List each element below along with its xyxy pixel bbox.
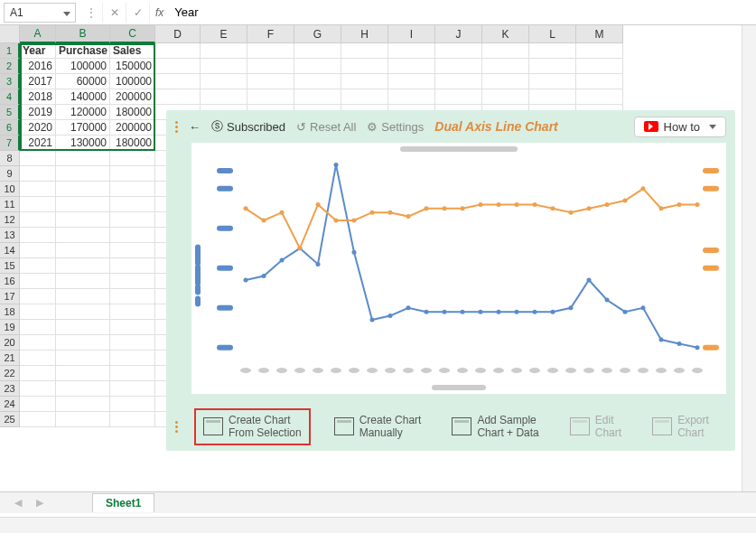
cell[interactable] (20, 151, 56, 166)
cell[interactable] (110, 320, 155, 335)
horizontal-scrollbar[interactable] (0, 517, 756, 533)
row-header[interactable]: 4 (0, 89, 20, 105)
cell[interactable] (294, 43, 341, 59)
cell[interactable] (20, 197, 56, 212)
cell[interactable] (20, 381, 56, 397)
column-header[interactable]: A (20, 25, 56, 43)
cell[interactable] (294, 74, 341, 89)
formula-more-icon[interactable]: ⋮ (79, 3, 103, 23)
cell[interactable] (20, 274, 56, 289)
cell[interactable]: Sales (110, 43, 155, 59)
cell[interactable] (110, 243, 155, 258)
cell[interactable] (576, 43, 623, 59)
cell[interactable] (247, 74, 294, 89)
cell[interactable] (56, 289, 110, 304)
cell[interactable] (56, 212, 110, 228)
cell[interactable] (576, 59, 623, 74)
cell[interactable] (20, 335, 56, 351)
cell[interactable] (20, 412, 56, 427)
cell[interactable]: 180000 (110, 105, 155, 120)
cell[interactable] (56, 381, 110, 397)
cell[interactable] (529, 89, 576, 105)
cell[interactable] (482, 74, 529, 89)
row-header[interactable]: 6 (0, 120, 20, 136)
cell[interactable] (110, 212, 155, 228)
cell[interactable] (56, 351, 110, 366)
tab-nav-next[interactable]: ▶ (31, 497, 49, 509)
cell[interactable]: 2020 (20, 120, 56, 136)
column-header[interactable]: I (388, 25, 435, 43)
cell[interactable] (110, 304, 155, 320)
cell[interactable]: Year (20, 43, 56, 59)
column-header[interactable]: G (294, 25, 341, 43)
add-sample-button[interactable]: Add Sample Chart + Data (444, 410, 546, 444)
cell[interactable]: 200000 (110, 120, 155, 136)
column-header[interactable]: B (56, 25, 110, 43)
row-header[interactable]: 24 (0, 397, 20, 412)
row-header[interactable]: 16 (0, 274, 20, 289)
row-header[interactable]: 14 (0, 243, 20, 258)
settings-button[interactable]: ⚙ Settings (367, 120, 424, 134)
cell[interactable] (435, 43, 482, 59)
chart-canvas[interactable] (191, 143, 726, 394)
cell[interactable]: 2016 (20, 59, 56, 74)
cell[interactable]: 2021 (20, 136, 56, 151)
row-header[interactable]: 2 (0, 59, 20, 74)
cell[interactable] (56, 304, 110, 320)
cell[interactable] (341, 89, 388, 105)
cell[interactable]: 2017 (20, 74, 56, 89)
cell[interactable] (110, 289, 155, 304)
cell[interactable] (294, 89, 341, 105)
column-header[interactable]: C (110, 25, 155, 43)
row-header[interactable]: 7 (0, 136, 20, 151)
drag-handle-icon[interactable] (175, 121, 178, 133)
cell[interactable] (388, 43, 435, 59)
cell[interactable] (247, 43, 294, 59)
cell[interactable] (56, 412, 110, 427)
cell[interactable] (388, 89, 435, 105)
howto-button[interactable]: How to (634, 117, 726, 137)
cell[interactable] (155, 74, 201, 89)
row-header[interactable]: 23 (0, 381, 20, 397)
cell[interactable] (435, 59, 482, 74)
cell[interactable]: 180000 (110, 136, 155, 151)
cell[interactable] (529, 43, 576, 59)
create-chart-manually-button[interactable]: Create Chart Manually (327, 410, 429, 444)
tab-nav-prev[interactable]: ◀ (9, 497, 27, 509)
cell[interactable] (529, 74, 576, 89)
cell[interactable] (110, 197, 155, 212)
row-header[interactable]: 22 (0, 366, 20, 381)
column-header[interactable]: M (576, 25, 623, 43)
cell[interactable] (388, 59, 435, 74)
cell[interactable] (110, 274, 155, 289)
cell[interactable]: 140000 (56, 89, 110, 105)
cell[interactable] (435, 74, 482, 89)
cell[interactable] (20, 182, 56, 197)
cell[interactable] (56, 228, 110, 243)
cell[interactable] (529, 59, 576, 74)
column-header[interactable]: K (482, 25, 529, 43)
row-header[interactable]: 15 (0, 258, 20, 274)
column-header[interactable]: J (435, 25, 482, 43)
row-header[interactable]: 20 (0, 335, 20, 351)
row-header[interactable]: 1 (0, 43, 20, 59)
cell[interactable]: 100000 (56, 59, 110, 74)
cell[interactable] (20, 228, 56, 243)
cancel-icon[interactable]: ✕ (103, 3, 126, 23)
cell[interactable] (56, 274, 110, 289)
cell[interactable] (56, 151, 110, 166)
cell[interactable]: 200000 (110, 89, 155, 105)
row-header[interactable]: 25 (0, 412, 20, 427)
row-header[interactable]: 11 (0, 197, 20, 212)
cell[interactable] (388, 74, 435, 89)
cell[interactable] (20, 243, 56, 258)
subscribed-button[interactable]: ⓢ Subscribed (211, 118, 285, 135)
edit-chart-button[interactable]: Edit Chart (563, 410, 629, 444)
row-header[interactable]: 5 (0, 105, 20, 120)
cell[interactable] (110, 366, 155, 381)
cell[interactable]: 150000 (110, 59, 155, 74)
column-header[interactable]: H (341, 25, 388, 43)
cell[interactable] (110, 258, 155, 274)
cell[interactable] (201, 43, 247, 59)
cell[interactable] (201, 89, 247, 105)
